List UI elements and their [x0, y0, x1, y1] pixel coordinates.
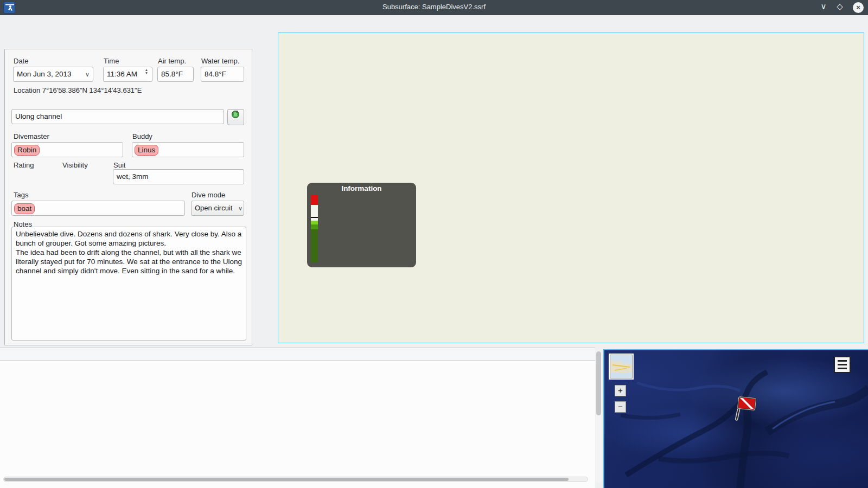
- date-label: Date: [14, 57, 28, 65]
- profile-toolbar: [256, 33, 279, 345]
- notes-tab-body: Date Mon Jun 3, 2013∨ Time 11:36 AM ▲▼ A…: [4, 49, 252, 345]
- close-button[interactable]: ×: [853, 2, 864, 13]
- air-temp-label: Air temp.: [158, 57, 186, 65]
- dive-flag-marker[interactable]: [730, 394, 761, 424]
- globe-icon: [231, 110, 240, 119]
- vscroll-thumb[interactable]: [596, 351, 601, 415]
- date-combobox[interactable]: Mon Jun 3, 2013∨: [13, 67, 93, 82]
- dive-profile-chart[interactable]: Information: [278, 33, 864, 343]
- info-box-title: Information: [311, 184, 412, 192]
- suit-label: Suit: [113, 161, 125, 169]
- chevron-down-icon: ∨: [238, 205, 242, 212]
- spinner-arrows-icon[interactable]: ▲▼: [143, 68, 150, 75]
- map-panel[interactable]: + −: [603, 349, 868, 488]
- divemaster-tag[interactable]: Robin: [14, 145, 40, 156]
- air-temp-field[interactable]: 85.8°F: [157, 67, 194, 82]
- dive-list: [0, 348, 595, 488]
- dive-list-header[interactable]: [0, 348, 595, 361]
- rating-label: Rating: [14, 161, 34, 169]
- dive-mode-label: Dive mode: [192, 191, 225, 199]
- chevron-down-icon: ∨: [85, 71, 90, 78]
- info-box: Information: [307, 183, 416, 267]
- dive-mode-combobox[interactable]: Open circuit∨: [191, 201, 244, 216]
- minimize-button[interactable]: ∨: [817, 2, 830, 11]
- maximize-button[interactable]: ◇: [833, 2, 846, 11]
- menu-bar: [0, 15, 868, 32]
- water-temp-field[interactable]: 84.8°F: [201, 67, 244, 82]
- buddy-field[interactable]: Linus: [132, 142, 244, 157]
- title-bar: Subsurface: SampleDivesV2.ssrf ∨ ◇ ×: [0, 0, 868, 15]
- map-zoom-out-button[interactable]: −: [615, 401, 626, 413]
- notes-panel: Date Mon Jun 3, 2013∨ Time 11:36 AM ▲▼ A…: [4, 34, 252, 345]
- globe-button[interactable]: [227, 109, 244, 125]
- suit-field[interactable]: wet, 3mm: [113, 169, 244, 184]
- buddy-label: Buddy: [132, 132, 152, 140]
- location-label: Location 7°16'58.386"N 134°14'43.631"E: [14, 86, 142, 94]
- water-temp-label: Water temp.: [201, 57, 239, 65]
- hscroll-thumb[interactable]: [4, 478, 569, 481]
- map-zoom-in-button[interactable]: +: [615, 385, 626, 396]
- time-label: Time: [104, 57, 119, 65]
- notes-textarea[interactable]: Unbelievable dive. Dozens and dozens of …: [11, 227, 246, 341]
- buddy-tag[interactable]: Linus: [135, 145, 158, 156]
- tags-label: Tags: [14, 191, 28, 199]
- tags-field[interactable]: boat: [11, 201, 185, 216]
- info-box-gas-strip: [311, 195, 318, 262]
- visibility-label: Visibility: [62, 161, 88, 169]
- horizontal-scrollbar[interactable]: [3, 477, 588, 482]
- window-title: Subsurface: SampleDivesV2.ssrf: [0, 3, 868, 11]
- tab-bar: [4, 34, 252, 49]
- divemaster-field[interactable]: Robin: [11, 142, 123, 157]
- time-spinbox[interactable]: 11:36 AM ▲▼: [103, 67, 152, 82]
- vertical-scrollbar[interactable]: [596, 350, 602, 483]
- divemaster-label: Divemaster: [14, 132, 49, 140]
- map-menu-button[interactable]: [834, 356, 851, 373]
- tag-boat[interactable]: boat: [14, 203, 35, 214]
- location-field[interactable]: Ulong channel: [11, 109, 224, 124]
- minimap-thumbnail[interactable]: [610, 355, 633, 378]
